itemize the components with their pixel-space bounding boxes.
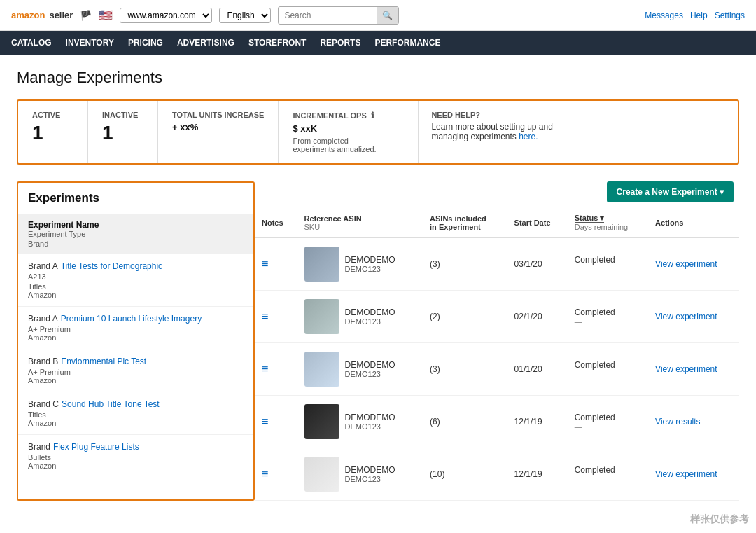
action-link-0[interactable]: View experiment [655, 259, 718, 269]
search-button[interactable]: 🔍 [377, 7, 398, 24]
nav-advertising[interactable]: ADVERTISING [177, 32, 234, 53]
stat-help: NEED HELP? Learn more about setting up a… [419, 101, 738, 163]
total-units-label: TOTAL UNITS INCREASE [172, 111, 264, 119]
flag-icon: 🏴 [80, 10, 92, 21]
exp-brand-3: Brand C [28, 399, 59, 409]
nav-bar: CATALOG INVENTORY PRICING ADVERTISING ST… [0, 31, 756, 55]
help-here-link[interactable]: here. [519, 132, 538, 141]
exp-name-4[interactable]: Flex Plug Feature Lists [53, 442, 139, 452]
exp-brand-0: Brand A [28, 261, 58, 271]
asin-sub-1: DEMO123 [345, 317, 396, 326]
cell-notes-4: ≡ [255, 448, 298, 501]
exp-row-0: Brand A Title Tests for Demographic A213… [18, 254, 253, 307]
exp-col-header: Experiment Name Experiment Type Brand [18, 214, 253, 254]
cell-notes-2: ≡ [255, 343, 298, 396]
flag-us: 🇺🇸 [99, 8, 113, 22]
create-experiment-button[interactable]: Create a New Experiment ▾ [607, 181, 734, 202]
status-dash-0: — [575, 265, 641, 273]
table-row: ≡ DEMODEMO DEMO123 (3) 03/1/20 Completed… [255, 237, 739, 291]
notes-icon-2[interactable]: ≡ [262, 363, 268, 375]
action-link-4[interactable]: View experiment [655, 469, 718, 479]
col-reference-asin: Reference ASIN SKU [298, 208, 424, 237]
notes-icon-4[interactable]: ≡ [262, 468, 268, 480]
start-date-3: 12/1/19 [514, 417, 542, 427]
cell-asin-4: DEMODEMO DEMO123 [298, 448, 424, 501]
exp-type-0: Titles [28, 282, 244, 291]
seller-label: seller [49, 10, 73, 20]
notes-icon-3[interactable]: ≡ [262, 415, 268, 427]
url-selector[interactable]: www.amazon.com [120, 8, 212, 23]
exp-brand-2: Brand B [28, 357, 58, 366]
exp-source-0: Amazon [28, 291, 244, 299]
table-body: ≡ DEMODEMO DEMO123 (3) 03/1/20 Completed… [255, 237, 739, 501]
asins-count-2: (3) [430, 364, 440, 374]
asin-info-3: DEMODEMO [345, 413, 396, 422]
action-link-3[interactable]: View results [655, 417, 700, 427]
top-bar: amazon seller 🏴 🇺🇸 www.amazon.com Englis… [0, 0, 756, 31]
experiments-panel-title: Experiments [18, 183, 253, 214]
nav-storefront[interactable]: STOREFRONT [248, 32, 306, 53]
search-input[interactable] [279, 9, 377, 22]
exp-row-1: Brand A Premium 10 Launch Lifestyle Imag… [18, 307, 253, 349]
experiments-container: Experiments Experiment Name Experiment T… [17, 181, 739, 501]
cell-asins-2: (3) [423, 343, 507, 396]
incremental-value: $ xxK [293, 123, 404, 134]
status-text-1: Completed [575, 307, 641, 317]
info-icon[interactable]: ℹ [371, 111, 374, 120]
messages-link[interactable]: Messages [645, 11, 683, 20]
cell-asin-3: DEMODEMO DEMO123 [298, 396, 424, 448]
cell-asins-4: (10) [423, 448, 507, 501]
cell-date-4: 12/1/19 [507, 448, 568, 501]
nav-catalog[interactable]: CATALOG [11, 32, 52, 53]
col-asins-included: ASINs includedin Experiment [423, 208, 507, 237]
help-label: NEED HELP? [431, 111, 725, 119]
status-dash-2: — [575, 370, 641, 378]
help-link[interactable]: Help [690, 11, 708, 20]
asin-info-2: DEMODEMO [345, 360, 396, 370]
nav-performance[interactable]: PERFORMANCE [374, 32, 440, 53]
cell-date-1: 02/1/20 [507, 291, 568, 343]
notes-icon-0[interactable]: ≡ [262, 258, 268, 270]
asin-sub-3: DEMO123 [345, 422, 396, 431]
asin-info-1: DEMODEMO [345, 307, 396, 317]
right-table: Create a New Experiment ▾ Notes Referenc… [255, 181, 739, 501]
nav-reports[interactable]: REPORTS [320, 32, 360, 53]
incremental-label: INCREMENTAL OPS ℹ [293, 111, 404, 120]
cell-asins-3: (6) [423, 396, 507, 448]
action-link-1[interactable]: View experiment [655, 312, 718, 321]
asins-count-4: (10) [430, 469, 444, 479]
stat-incremental: INCREMENTAL OPS ℹ $ xxK From completedex… [279, 101, 419, 163]
settings-link[interactable]: Settings [715, 11, 745, 20]
cell-action-4: View experiment [648, 448, 739, 501]
asin-info-4: DEMODEMO [345, 465, 396, 475]
asins-count-0: (3) [430, 259, 440, 269]
exp-name-0[interactable]: Title Tests for Demographic [61, 261, 162, 271]
inactive-label: INACTIVE [102, 111, 144, 119]
cell-asin-1: DEMODEMO DEMO123 [298, 291, 424, 343]
asins-count-1: (2) [430, 312, 440, 321]
action-link-2[interactable]: View experiment [655, 364, 718, 374]
active-label: ACTIVE [32, 111, 74, 119]
col-status: Status ▾ Days remaining [568, 208, 648, 237]
cell-asins-0: (3) [423, 237, 507, 291]
incremental-desc: From completedexperiments annualized. [293, 137, 404, 153]
cell-date-2: 01/1/20 [507, 343, 568, 396]
exp-name-3[interactable]: Sound Hub Title Tone Test [62, 399, 160, 409]
status-dash-1: — [575, 317, 641, 326]
exp-source-3: Amazon [28, 419, 244, 427]
main-content: Manage Experiments ACTIVE 1 INACTIVE 1 T… [0, 55, 756, 533]
exp-row-4: Brand Flex Plug Feature Lists Bullets Am… [18, 435, 253, 477]
cell-status-4: Completed — [568, 448, 648, 501]
nav-inventory[interactable]: INVENTORY [66, 32, 114, 53]
exp-name-1[interactable]: Premium 10 Launch Lifestyle Imagery [61, 314, 202, 324]
exp-row-3: Brand C Sound Hub Title Tone Test Titles… [18, 392, 253, 435]
exp-name-2[interactable]: Enviornmental Pic Test [61, 357, 146, 366]
start-date-1: 02/1/20 [514, 312, 542, 321]
asin-info-0: DEMODEMO [345, 255, 396, 265]
notes-icon-1[interactable]: ≡ [262, 310, 268, 322]
exp-type-2: A+ Premium [28, 368, 244, 376]
language-selector[interactable]: English [219, 8, 271, 23]
table-row: ≡ DEMODEMO DEMO123 (10) 12/1/19 Complete… [255, 448, 739, 501]
nav-pricing[interactable]: PRICING [128, 32, 163, 53]
help-text: Learn more about setting up andmanaging … [431, 122, 725, 141]
